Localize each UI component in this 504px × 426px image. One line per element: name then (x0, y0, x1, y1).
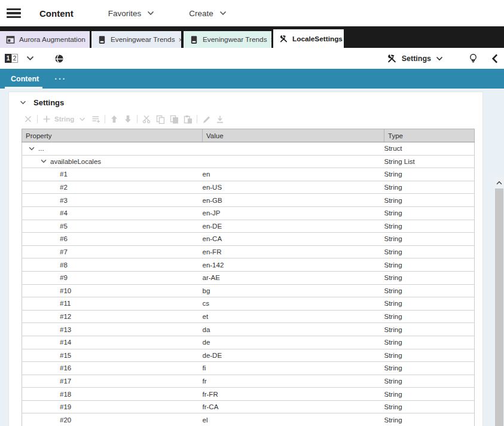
toolbar-separator (37, 115, 38, 123)
table-row[interactable]: #5 en-DE String (22, 220, 475, 233)
vertical-scrollbar[interactable] (494, 177, 504, 426)
add-property-button[interactable] (42, 114, 51, 124)
tab-content-active[interactable]: Content (0, 69, 47, 89)
type-cell: String (384, 388, 475, 401)
add-list-item-button[interactable] (91, 114, 100, 124)
move-down-button[interactable] (123, 114, 133, 124)
lightbulb-icon[interactable] (468, 53, 478, 63)
property-cell: #14 (60, 339, 71, 346)
value-cell: en-JP (203, 206, 384, 220)
table-row[interactable]: #10 bg String (22, 284, 475, 297)
value-cell: en-GB (203, 194, 384, 207)
table-row[interactable]: #7 en-FR String (22, 245, 475, 258)
property-cell: #19 (60, 403, 71, 410)
value-cell: fr-CA (203, 400, 384, 413)
table-row[interactable]: #1 en String (22, 168, 475, 181)
delete-row-button[interactable] (23, 114, 33, 124)
column-header-property[interactable]: Property (22, 129, 203, 142)
settings-dropdown-button[interactable]: Settings (387, 53, 443, 63)
import-button[interactable] (215, 114, 225, 124)
property-cell: #1 (60, 171, 68, 178)
locale-globe-icon[interactable] (54, 54, 64, 63)
create-menu-label: Create (189, 9, 213, 18)
cut-button[interactable] (142, 114, 151, 124)
table-row[interactable]: #9 ar-AE String (22, 271, 475, 284)
edit-button[interactable] (201, 114, 211, 124)
table-row[interactable]: #8 en-142 String (22, 258, 475, 272)
tab-label: Eveningwear Trends (111, 35, 175, 44)
table-row[interactable]: #14 de String (22, 336, 475, 349)
type-cell: String (384, 258, 475, 272)
table-row[interactable]: availableLocales String List (22, 155, 475, 168)
hamburger-menu-icon[interactable] (7, 8, 21, 19)
scroll-up-icon[interactable] (494, 177, 504, 188)
create-menu[interactable]: Create (189, 9, 227, 18)
duplicate-button[interactable] (169, 114, 179, 124)
row-expand-chevron-icon[interactable] (41, 159, 47, 163)
table-row[interactable]: #12 et String (22, 310, 475, 323)
table-row[interactable]: #16 fi String (22, 362, 475, 375)
scrollbar-thumb[interactable] (495, 188, 503, 426)
type-cell: String (384, 336, 475, 349)
close-icon[interactable]: × (267, 36, 271, 44)
tab-aurora-augmentation[interactable]: Aurora Augmentation (0, 31, 90, 48)
type-cell: String (384, 310, 475, 323)
tab-eveningwear-trends-2[interactable]: Eveningwear Trends × (184, 31, 271, 48)
close-icon[interactable]: × (343, 35, 344, 42)
site-icon (6, 35, 15, 44)
table-row[interactable]: #6 en-CA String (22, 233, 475, 246)
value-cell: el (203, 413, 384, 426)
property-cell: #5 (60, 223, 68, 230)
table-row[interactable]: #13 da String (22, 323, 475, 336)
value-cell (203, 155, 384, 168)
favorites-menu-label: Favorites (108, 9, 142, 18)
form-tab-bar: Content ··· (0, 69, 504, 89)
version-dropdown-chevron-icon[interactable] (26, 56, 34, 61)
tab-localesettings-active[interactable]: LocaleSettings × (273, 29, 344, 48)
type-cell: String (384, 233, 475, 246)
type-cell: String (384, 194, 475, 207)
table-row[interactable]: #19 fr-CA String (22, 400, 475, 413)
table-row[interactable]: ... Struct (22, 142, 475, 156)
more-tabs-button[interactable]: ··· (54, 69, 66, 89)
table-row[interactable]: #15 de-DE String (22, 349, 475, 362)
copy-button[interactable] (155, 114, 165, 124)
table-row[interactable]: #3 en-GB String (22, 194, 475, 207)
table-row[interactable]: #2 en-US String (22, 181, 475, 194)
property-cell: #7 (60, 248, 68, 255)
settings-dropdown-label: Settings (402, 54, 431, 63)
collapse-chevron-icon[interactable] (20, 101, 26, 105)
close-icon[interactable]: × (175, 36, 181, 44)
tab-eveningwear-trends-1[interactable]: Eveningwear Trends × (91, 31, 181, 48)
property-cell: #17 (60, 378, 71, 385)
type-cell: String (384, 413, 475, 426)
chevron-down-icon (147, 11, 154, 16)
table-row[interactable]: #20 el String (22, 413, 475, 426)
paste-button[interactable] (183, 114, 193, 124)
table-row[interactable]: #4 en-JP String (22, 206, 475, 220)
move-up-button[interactable] (109, 114, 119, 124)
table-row[interactable]: #17 fr String (22, 375, 475, 388)
version-compare-icon[interactable]: 1 2 (5, 54, 18, 63)
type-dropdown-chevron-icon[interactable] (77, 114, 87, 124)
column-header-value[interactable]: Value (203, 129, 384, 142)
type-cell: String (384, 362, 475, 375)
table-row[interactable]: #11 cs String (22, 297, 475, 311)
property-cell: #8 (60, 261, 68, 269)
settings-section-header[interactable]: Settings (20, 98, 482, 107)
favorites-menu[interactable]: Favorites (108, 9, 155, 18)
table-row[interactable]: #18 fr-FR String (22, 388, 475, 401)
version-right: 2 (11, 54, 18, 63)
property-cell: #20 (60, 416, 71, 424)
type-cell: String (384, 297, 475, 311)
column-header-type[interactable]: Type (384, 129, 475, 142)
version-left: 1 (5, 54, 11, 63)
property-type-label[interactable]: String (54, 115, 74, 123)
row-expand-chevron-icon[interactable] (29, 147, 35, 151)
type-cell: String (384, 400, 475, 413)
type-cell: String List (384, 155, 475, 168)
collapse-left-icon[interactable] (491, 54, 498, 63)
type-cell: String (384, 220, 475, 233)
value-cell: da (203, 323, 384, 336)
value-cell: et (203, 310, 384, 323)
